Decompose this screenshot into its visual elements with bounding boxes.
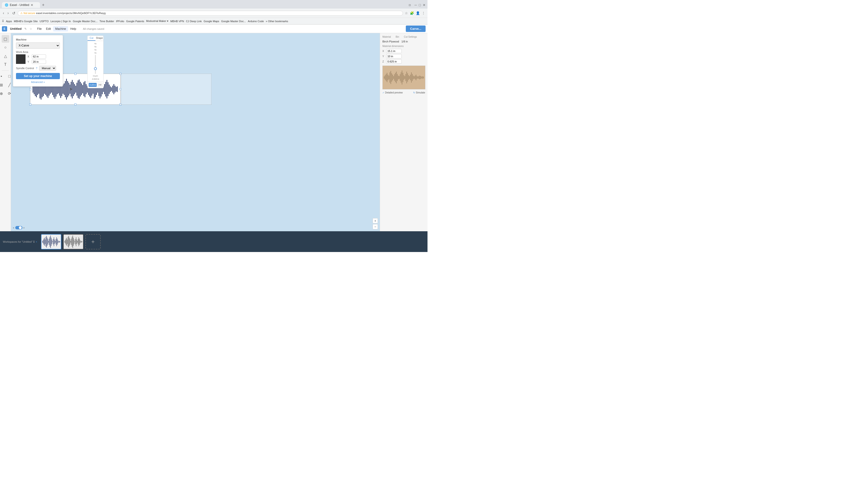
- workspace-info-icon[interactable]: ℹ: [33, 240, 35, 244]
- close-button[interactable]: ✕: [423, 3, 425, 7]
- triangle-tool[interactable]: △: [2, 52, 9, 60]
- x-input[interactable]: [32, 54, 46, 59]
- svg-rect-62: [104, 84, 105, 94]
- workspace-thumb-1[interactable]: [41, 234, 61, 249]
- svg-rect-46: [86, 84, 87, 94]
- bookmark-apps[interactable]: Apps: [6, 20, 12, 23]
- depth-label: Depth: [93, 75, 98, 77]
- zoom-out-button[interactable]: −: [373, 224, 378, 229]
- bookmark-lecorpio[interactable]: Lecorpio | Sign In: [51, 20, 71, 23]
- active-tab[interactable]: 🌐 Easel - Untitled ✕: [2, 2, 40, 8]
- star-icon[interactable]: ☆: [404, 11, 408, 16]
- svg-rect-63: [105, 82, 106, 96]
- zoom-in-button[interactable]: +: [373, 218, 378, 223]
- extensions-icon[interactable]: 🧩: [409, 11, 414, 16]
- depth-slider-thumb[interactable]: [94, 67, 97, 70]
- workspace-thumb-2[interactable]: [63, 234, 84, 249]
- dim-y-input[interactable]: [386, 54, 402, 58]
- select-tool[interactable]: ▢: [2, 35, 9, 43]
- menu-file[interactable]: File: [35, 26, 43, 32]
- dim-x-input[interactable]: [386, 49, 402, 53]
- svg-rect-87: [395, 73, 396, 82]
- new-tab-button[interactable]: +: [40, 3, 47, 7]
- handle-bl[interactable]: [29, 104, 31, 105]
- star-favorite-icon[interactable]: ☆: [30, 27, 32, 31]
- address-bar[interactable]: ⚠ Not secure easel.inventables.com/proje…: [18, 11, 403, 16]
- bookmark-ipfolio[interactable]: IPFolio: [116, 20, 124, 23]
- forward-button[interactable]: ›: [6, 11, 10, 16]
- bookmark-google-doc1[interactable]: Google Master Doc...: [73, 20, 98, 23]
- menu-icon[interactable]: ⋮: [421, 11, 425, 16]
- browser-chrome: 🌐 Easel - Untitled ✕ + ⊡ ─ □ ✕ ‹ › ↺ ⚠ N…: [0, 0, 428, 24]
- y-input[interactable]: [32, 59, 46, 64]
- text-tool[interactable]: T: [2, 61, 9, 68]
- setup-machine-button[interactable]: Set up your machine: [16, 73, 60, 79]
- cut-tab[interactable]: Cut: [88, 36, 95, 41]
- bookmark-google-patents[interactable]: Google Patents: [126, 20, 144, 23]
- dim-z-input[interactable]: [386, 59, 402, 64]
- canvas-area[interactable]: Machine X-Carve Work Area X Y: [11, 33, 380, 231]
- handle-bm[interactable]: [74, 104, 76, 105]
- svg-rect-162: [74, 241, 75, 242]
- bookmark-google-doc2[interactable]: Google Master Doc...: [221, 20, 246, 23]
- maximize-button[interactable]: □: [419, 3, 421, 7]
- svg-rect-29: [66, 79, 67, 100]
- svg-rect-164: [76, 237, 76, 246]
- svg-rect-37: [75, 86, 76, 92]
- menu-help[interactable]: Help: [68, 26, 78, 32]
- svg-rect-70: [114, 84, 114, 94]
- workspace-add-text-icon[interactable]: +: [36, 240, 37, 243]
- fill-button[interactable]: Fill: [98, 83, 102, 87]
- bookmark-arduino[interactable]: Arduino Code: [248, 20, 264, 23]
- svg-rect-157: [71, 239, 71, 245]
- svg-rect-116: [422, 76, 423, 79]
- move-icon[interactable]: ✥: [69, 87, 72, 91]
- spindle-select[interactable]: Manual: [39, 66, 56, 71]
- svg-rect-111: [418, 76, 418, 78]
- back-button[interactable]: ‹: [2, 11, 5, 16]
- bookmark-uspto[interactable]: USPTO: [40, 20, 49, 23]
- detailed-preview-toggle[interactable]: ✓ Detailed preview: [382, 91, 403, 94]
- grid-tool[interactable]: ⊞: [0, 81, 5, 89]
- simulate-button[interactable]: ↻ Simulate: [413, 91, 425, 94]
- workspaces-label: Workspaces for "Untitled": [3, 240, 32, 243]
- bookmark-cj-deep-link[interactable]: CJ Deep Link: [186, 20, 202, 23]
- spindle-info-icon[interactable]: ?: [36, 67, 37, 70]
- zoom-toggle[interactable]: [15, 226, 22, 229]
- apps-icon[interactable]: ⠿: [2, 20, 4, 23]
- refresh-button[interactable]: ↺: [11, 11, 16, 16]
- menu-edit[interactable]: Edit: [44, 26, 53, 32]
- spindle-row: Spindle Control ? Manual: [16, 66, 60, 71]
- address-text: easel.inventables.com/projects/JMrvNQe8i…: [36, 12, 400, 15]
- machine-type-select[interactable]: X-Carve: [16, 42, 60, 49]
- svg-rect-127: [48, 239, 48, 245]
- tab-close-icon[interactable]: ✕: [31, 3, 33, 7]
- minimize-button[interactable]: ─: [415, 3, 417, 7]
- title-edit-icon[interactable]: ✎: [24, 27, 27, 31]
- advanced-link[interactable]: Advanced »: [16, 80, 60, 84]
- svg-rect-75: [384, 76, 385, 79]
- depth-slider-track[interactable]: [95, 55, 96, 74]
- handle-tm[interactable]: [74, 73, 76, 75]
- node-tool[interactable]: ⊕: [0, 90, 5, 97]
- material-value: Birch Plywood: [382, 40, 399, 43]
- fill-tool[interactable]: ▪: [0, 72, 5, 80]
- bookmark-other[interactable]: » Other bookmarks: [266, 20, 288, 23]
- bookmark-time-builder[interactable]: Time Builder: [100, 20, 114, 23]
- depth-control: Ay Ay Ay Ay Depth -0.623 in: [88, 41, 103, 82]
- bookmark-modustrial[interactable]: Modustrial Maker ▾: [146, 20, 169, 23]
- add-workspace-button[interactable]: +: [85, 234, 101, 249]
- menu-machine[interactable]: Machine: [53, 26, 68, 32]
- handle-ml[interactable]: [29, 88, 31, 90]
- bookmark-mbhb-vpn[interactable]: MBHB VPN: [170, 20, 184, 23]
- circle-tool[interactable]: ○: [2, 43, 9, 51]
- shape-tab[interactable]: Shape: [95, 36, 103, 41]
- outline-button[interactable]: Outline: [88, 83, 97, 87]
- spindle-label: Spindle Control: [16, 67, 34, 70]
- bookmark-mbhb[interactable]: MBHB's Google Site: [14, 20, 38, 23]
- carve-button[interactable]: Carve...: [406, 25, 425, 32]
- svg-rect-172: [81, 241, 82, 243]
- profile-icon[interactable]: 👤: [415, 11, 420, 16]
- bookmark-google-maps[interactable]: Google Maps: [204, 20, 219, 23]
- svg-rect-144: [59, 241, 59, 243]
